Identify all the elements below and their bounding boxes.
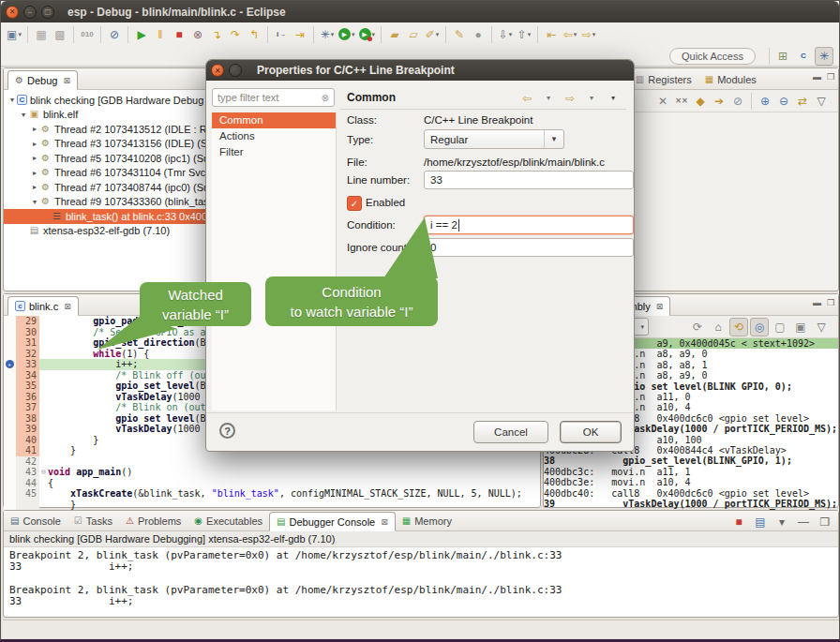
remove-all-breakpoints-icon[interactable]: ✕✕ (672, 92, 691, 111)
breakpoint-margin[interactable] (4, 316, 16, 327)
window-close-button[interactable]: ✕ (6, 6, 19, 19)
breakpoint-margin[interactable] (4, 478, 16, 489)
console-output[interactable]: Breakpoint 2, blink_task (pvParameter=0x… (4, 547, 838, 610)
open-perspective-icon[interactable]: ⊞ (773, 47, 792, 66)
dialog-close-button[interactable]: ✕ (211, 64, 224, 77)
back-icon[interactable]: ⇦▾ (561, 25, 579, 44)
open-folder-icon[interactable]: ▰ (385, 25, 404, 44)
fold-marker[interactable]: ⊖ (39, 467, 48, 478)
line-number-field[interactable]: 33 (424, 171, 634, 189)
disconnect-icon[interactable]: ⊗ (188, 25, 207, 44)
new-file-icon[interactable]: ✐▾ (423, 25, 442, 44)
link-with-debug-icon[interactable]: ⇄ (793, 92, 812, 111)
cancel-button[interactable]: Cancel (473, 421, 548, 443)
dialog-nav-common[interactable]: Common (212, 112, 336, 128)
back-icon[interactable]: ⇦ (518, 89, 536, 108)
console-dropdown-icon[interactable]: ▾ (772, 513, 791, 531)
external-tools-icon[interactable]: ▶▾ (357, 25, 378, 44)
mark-occurrences-icon[interactable]: ✎ (450, 25, 469, 44)
tab-modules[interactable]: ▦Modules (698, 69, 763, 89)
step-return-icon[interactable]: ↰ (245, 25, 263, 44)
breakpoint-margin[interactable] (4, 327, 16, 338)
previous-annotation-icon[interactable]: ⇧▾ (515, 25, 533, 44)
tab-tasks[interactable]: ☑Tasks (68, 511, 119, 530)
terminate-icon[interactable]: ■ (170, 25, 188, 44)
breakpoint-margin[interactable] (4, 381, 16, 392)
resume-icon[interactable]: ▶ (132, 25, 151, 44)
track-expression-icon[interactable]: ◎ (750, 318, 769, 336)
collapsed-arrow-icon[interactable]: ▸ (30, 154, 39, 162)
display-console-icon[interactable]: ▤ (751, 513, 770, 531)
collapsed-arrow-icon[interactable]: ▸ (30, 169, 39, 177)
forward-icon[interactable]: ⇨ (561, 89, 579, 108)
breakpoint-margin[interactable] (4, 435, 16, 446)
minimize-icon[interactable]: ▬ (813, 298, 821, 307)
collapsed-arrow-icon[interactable]: ▸ (30, 125, 39, 133)
collapse-all-icon[interactable]: ⊖ (774, 92, 793, 111)
last-edit-location-icon[interactable]: ⇤ (542, 25, 561, 44)
goto-file-icon[interactable]: ➔ (710, 92, 728, 111)
tab-console[interactable]: ▤Console (4, 511, 68, 530)
new-wizard-icon[interactable]: ▣▾ (5, 25, 23, 44)
instruction-stepping-icon[interactable]: i→ (272, 25, 291, 44)
window-minimize-button[interactable]: – (23, 6, 37, 19)
breakpoint-margin[interactable] (4, 500, 16, 511)
next-annotation-icon[interactable]: ⇩▾ (496, 25, 515, 44)
breakpoint-margin[interactable] (4, 445, 16, 456)
tab-memory[interactable]: ▦Memory (396, 511, 458, 530)
tab-problems[interactable]: ⚠Problems (119, 511, 188, 530)
help-icon[interactable]: ? (219, 423, 235, 439)
expanded-arrow-icon[interactable]: ▾ (19, 111, 28, 119)
save-icon[interactable]: ▦ (32, 25, 51, 44)
skip-all-icon[interactable]: ⊘ (728, 92, 747, 111)
view-menu-icon[interactable]: ▽ (812, 318, 831, 336)
breakpoint-margin[interactable] (4, 349, 16, 360)
maximize-icon[interactable]: ❒ (816, 513, 834, 531)
suspend-icon[interactable]: ‖ (151, 25, 170, 44)
terminate-console-icon[interactable]: ■ (729, 513, 748, 531)
run-icon[interactable]: ▶▾ (337, 25, 357, 44)
view-menu-icon[interactable]: ▽ (812, 92, 831, 111)
close-icon[interactable]: ⊠ (656, 302, 664, 311)
dialog-nav-actions[interactable]: Actions (212, 128, 336, 144)
close-icon[interactable]: ⊠ (63, 76, 70, 85)
new-view-icon[interactable]: ▢ (771, 318, 789, 336)
dialog-window-button[interactable] (229, 64, 242, 77)
expanded-arrow-icon[interactable]: ▾ (8, 96, 17, 104)
tab-blink-c[interactable]: c blink.c ⊠ (8, 296, 79, 316)
close-icon[interactable]: ⊠ (64, 302, 71, 311)
expand-all-icon[interactable]: ⊕ (756, 92, 774, 111)
quick-access-button[interactable]: Quick Access (669, 48, 756, 65)
filter-input[interactable]: type filter text ⊗ (212, 88, 335, 107)
home-icon[interactable]: ⌂ (709, 318, 728, 336)
condition-field[interactable]: i == 2 (424, 216, 634, 234)
ok-button[interactable]: OK (560, 421, 622, 443)
ignore-count-field[interactable]: 0 (424, 238, 634, 257)
maximize-icon[interactable]: ❒ (827, 298, 834, 307)
window-maximize-button[interactable]: ▢ (41, 6, 54, 19)
clear-filter-icon[interactable]: ⊗ (322, 93, 329, 103)
breakpoint-icon[interactable]: ▸ (6, 360, 14, 368)
minimize-icon[interactable]: — (794, 513, 813, 531)
block-selection-icon[interactable]: ● (469, 25, 488, 44)
forward-dropdown-icon[interactable]: ▾ (582, 89, 601, 108)
back-dropdown-icon[interactable]: ▾ (539, 89, 558, 108)
breakpoint-margin[interactable] (4, 402, 16, 413)
tab-executables[interactable]: ◉Executables (188, 511, 269, 530)
show-supported-breakpoints-icon[interactable]: ◆ (691, 92, 710, 111)
step-over-icon[interactable]: ↷ (226, 25, 245, 44)
view-menu-icon[interactable]: ▾ (604, 89, 622, 108)
cpp-perspective-icon[interactable]: C (794, 47, 813, 66)
import-folder-icon[interactable]: ▱ (404, 25, 423, 44)
type-select[interactable]: Regular ▼ (424, 129, 564, 149)
close-icon[interactable]: ⊠ (381, 517, 388, 527)
breakpoint-margin[interactable] (4, 456, 16, 468)
minimize-icon[interactable]: ▬ (813, 72, 821, 82)
breakpoint-margin[interactable] (4, 488, 16, 500)
tab-registers[interactable]: ▥Registers (629, 69, 698, 89)
debug-dropdown-icon[interactable]: ✳▾ (318, 25, 337, 44)
step-filters-icon[interactable]: ⇥ (291, 25, 309, 44)
breakpoint-margin[interactable] (4, 392, 16, 403)
step-into-icon[interactable]: ↴ (207, 25, 226, 44)
breakpoint-margin[interactable] (4, 370, 16, 381)
